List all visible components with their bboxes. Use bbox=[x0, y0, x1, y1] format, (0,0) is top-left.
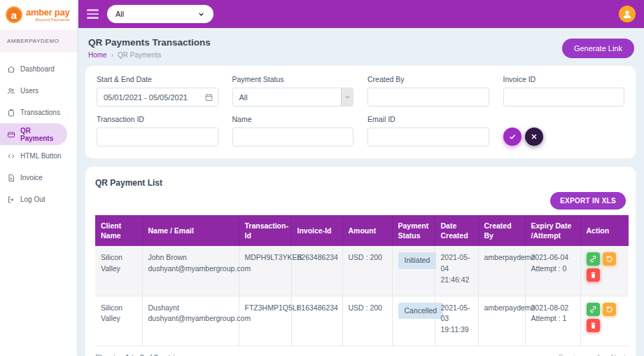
col-payment-status: Payment Status bbox=[392, 215, 435, 246]
table-row: Silicon Valley Dushaynt dushyant@myamber… bbox=[95, 296, 629, 345]
logout-icon bbox=[7, 196, 15, 204]
card-icon bbox=[7, 130, 15, 139]
history-button[interactable] bbox=[603, 303, 616, 316]
history-icon bbox=[606, 255, 613, 263]
cell-name-email: Dushaynt dushyant@myambergroup.com bbox=[142, 296, 239, 345]
sidebar-item-invoice[interactable]: Invoice bbox=[0, 167, 77, 189]
sidebar-item-transactions[interactable]: Transactions bbox=[0, 102, 77, 123]
page-header: QR Payments Transactions Home › QR Payme… bbox=[77, 28, 644, 66]
sidebar-item-label: HTML Button bbox=[20, 152, 62, 160]
link-icon bbox=[589, 306, 597, 313]
brand-name: amber pay bbox=[26, 8, 69, 17]
cell-created-by: amberpaydemo bbox=[478, 246, 525, 296]
cell-amount: USD : 200 bbox=[342, 296, 392, 345]
name-input[interactable] bbox=[232, 128, 354, 146]
cell-action bbox=[580, 246, 629, 296]
brand-tagline: Beyond Payments bbox=[26, 18, 69, 22]
cell-invoice-id: 8263486234 bbox=[291, 246, 342, 296]
col-created-by: Created By bbox=[478, 215, 525, 246]
cell-date-created: 2021-05-04 21:46:42 bbox=[435, 246, 478, 296]
payment-status-label: Payment Status bbox=[232, 75, 354, 83]
sidebar-item-label: QR Payments bbox=[20, 127, 60, 142]
sidebar-item-qr-payments[interactable]: QR Payments bbox=[0, 123, 67, 145]
status-badge: Initiated bbox=[398, 252, 437, 269]
created-by-input[interactable] bbox=[368, 88, 489, 107]
cell-invoice-id: 8163486234 bbox=[291, 296, 342, 345]
sidebar-item-log-out[interactable]: Log Out bbox=[0, 189, 77, 210]
breadcrumb: Home › QR Payments bbox=[88, 51, 211, 59]
brand-logo-icon: a bbox=[6, 6, 22, 23]
brand-logo[interactable]: a amber pay Beyond Payments bbox=[0, 0, 77, 29]
col-client-name: Client Name bbox=[95, 215, 142, 246]
cell-expiry-attempt: 2021-06-04 Attempt : 0 bbox=[525, 246, 580, 296]
breadcrumb-separator: › bbox=[111, 51, 113, 59]
qr-payments-table: Client Name Name / Email Transaction-Id … bbox=[95, 215, 629, 346]
menu-toggle-icon[interactable] bbox=[87, 9, 99, 19]
breadcrumb-home-link[interactable]: Home bbox=[88, 51, 107, 59]
sidebar-item-users[interactable]: Users bbox=[0, 80, 77, 102]
cell-expiry-attempt: 2021-08-02 Attempt : 1 bbox=[525, 296, 580, 345]
filter-actions bbox=[503, 115, 625, 146]
trash-icon bbox=[589, 271, 597, 279]
transaction-id-field: Transaction ID bbox=[97, 115, 218, 146]
export-xls-button[interactable]: EXPORT IN XLS bbox=[550, 192, 626, 210]
apply-filters-button[interactable] bbox=[503, 128, 522, 146]
date-range-field: Start & End Date bbox=[97, 75, 218, 107]
date-range-input[interactable] bbox=[97, 88, 218, 107]
code-icon bbox=[7, 152, 15, 160]
sidebar-item-dashboard[interactable]: Dashboard bbox=[0, 58, 77, 80]
clipboard-icon bbox=[7, 109, 15, 117]
copy-link-button[interactable] bbox=[587, 303, 600, 316]
link-icon bbox=[589, 255, 597, 263]
name-label: Name bbox=[232, 115, 354, 123]
main-content: QR Payments Transactions Home › QR Payme… bbox=[77, 28, 644, 356]
delete-button[interactable] bbox=[587, 268, 600, 282]
sidebar-item-html-button[interactable]: HTML Button bbox=[0, 145, 77, 167]
col-expiry-attempt: Expiry Date /Attempt bbox=[525, 215, 580, 246]
trash-icon bbox=[589, 322, 597, 329]
pagination-previous[interactable]: Previous bbox=[559, 353, 587, 356]
invoice-id-input[interactable] bbox=[503, 88, 625, 107]
sidebar: a amber pay Beyond Payments AMBERPAYDEMO… bbox=[0, 0, 77, 356]
col-transaction-id: Transaction-Id bbox=[239, 215, 291, 246]
topbar: All bbox=[78, 0, 644, 28]
payment-status-field: Payment Status All bbox=[232, 75, 354, 107]
cell-created-by: amberpaydemo bbox=[478, 296, 525, 345]
pagination-page-1[interactable]: 1 bbox=[597, 353, 601, 356]
created-by-field: Created By bbox=[368, 75, 489, 107]
account-name: AMBERPAYDEMO bbox=[0, 29, 77, 53]
home-icon bbox=[7, 65, 15, 74]
name-field: Name bbox=[232, 115, 354, 146]
select-arrow bbox=[341, 88, 353, 106]
sidebar-menu: Dashboard Users Transactions QR Payments… bbox=[0, 53, 77, 210]
chevron-down-icon bbox=[344, 94, 351, 100]
qr-payment-list-panel: QR Payment List EXPORT IN XLS Client Nam… bbox=[85, 167, 636, 356]
date-range-label: Start & End Date bbox=[97, 75, 218, 83]
email-id-input[interactable] bbox=[368, 128, 489, 146]
transaction-id-input[interactable] bbox=[97, 128, 218, 146]
col-amount: Amount bbox=[342, 215, 392, 246]
generate-link-button[interactable]: Generate Link bbox=[562, 39, 634, 58]
pagination-next[interactable]: Next bbox=[610, 353, 626, 356]
table-row: Silicon Valley John Brown dushyant@myamb… bbox=[95, 246, 629, 296]
payment-status-value: All bbox=[239, 93, 248, 102]
close-icon bbox=[530, 132, 538, 141]
delete-button[interactable] bbox=[587, 319, 600, 332]
payment-status-select[interactable]: All bbox=[232, 88, 354, 107]
status-badge: Cancelled bbox=[398, 303, 444, 320]
col-invoice-id: Invoice-Id bbox=[291, 215, 342, 246]
global-filter-select[interactable]: All bbox=[107, 5, 214, 23]
invoice-id-field: Invoice ID bbox=[503, 75, 625, 107]
sidebar-item-label: Dashboard bbox=[20, 65, 55, 73]
cell-date-created: 2021-05-03 19:11:39 bbox=[435, 296, 478, 345]
copy-link-button[interactable] bbox=[587, 252, 600, 266]
cell-payment-status: Initiated bbox=[392, 246, 435, 296]
entries-summary: Showing 1 to 2 of 2 entries bbox=[95, 353, 182, 356]
clear-filters-button[interactable] bbox=[525, 128, 543, 146]
history-button[interactable] bbox=[603, 252, 616, 266]
email-id-field: Email ID bbox=[368, 115, 489, 146]
user-avatar[interactable] bbox=[619, 6, 636, 22]
check-icon bbox=[508, 132, 517, 141]
filters-panel: Start & End Date Payment Status All Crea… bbox=[85, 66, 636, 158]
list-title: QR Payment List bbox=[95, 178, 626, 188]
